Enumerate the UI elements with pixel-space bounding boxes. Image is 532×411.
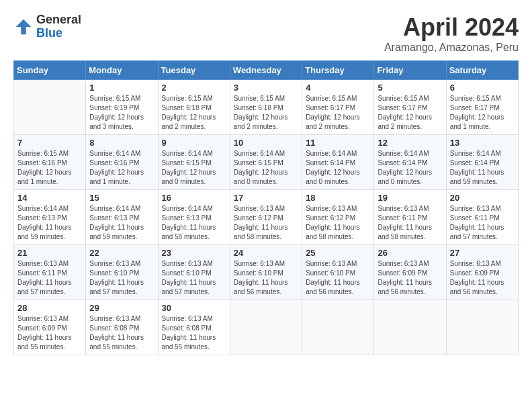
- calendar-cell: 13Sunrise: 6:14 AMSunset: 6:14 PMDayligh…: [446, 135, 518, 190]
- calendar-cell: 10Sunrise: 6:14 AMSunset: 6:15 PMDayligh…: [230, 135, 302, 190]
- header-monday: Monday: [86, 61, 158, 80]
- calendar-week-row: 7Sunrise: 6:15 AMSunset: 6:16 PMDaylight…: [14, 135, 519, 190]
- day-number: 1: [89, 83, 154, 93]
- calendar-cell: 6Sunrise: 6:15 AMSunset: 6:17 PMDaylight…: [446, 80, 518, 135]
- calendar-cell: [446, 300, 518, 355]
- calendar-cell: 30Sunrise: 6:13 AMSunset: 6:08 PMDayligh…: [158, 300, 230, 355]
- day-number: 14: [17, 193, 82, 203]
- day-info: Sunrise: 6:13 AMSunset: 6:08 PMDaylight:…: [162, 314, 226, 352]
- day-info: Sunrise: 6:14 AMSunset: 6:14 PMDaylight:…: [306, 149, 370, 187]
- day-info: Sunrise: 6:13 AMSunset: 6:10 PMDaylight:…: [89, 259, 154, 297]
- calendar-cell: 2Sunrise: 6:15 AMSunset: 6:18 PMDaylight…: [158, 80, 230, 135]
- header-tuesday: Tuesday: [158, 61, 230, 80]
- calendar-cell: 19Sunrise: 6:13 AMSunset: 6:11 PMDayligh…: [374, 190, 446, 245]
- title-area: April 2024 Aramango, Amazonas, Peru: [384, 13, 519, 54]
- day-info: Sunrise: 6:15 AMSunset: 6:19 PMDaylight:…: [89, 94, 154, 132]
- day-number: 10: [234, 138, 298, 148]
- logo-icon: [13, 17, 34, 37]
- day-info: Sunrise: 6:14 AMSunset: 6:14 PMDaylight:…: [378, 149, 442, 187]
- day-info: Sunrise: 6:15 AMSunset: 6:17 PMDaylight:…: [378, 94, 442, 132]
- calendar-cell: 20Sunrise: 6:13 AMSunset: 6:11 PMDayligh…: [446, 190, 518, 245]
- header-thursday: Thursday: [302, 61, 374, 80]
- calendar-cell: 23Sunrise: 6:13 AMSunset: 6:10 PMDayligh…: [158, 245, 230, 300]
- calendar-cell: 11Sunrise: 6:14 AMSunset: 6:14 PMDayligh…: [302, 135, 374, 190]
- logo-text: General Blue: [36, 13, 81, 40]
- calendar-cell: 1Sunrise: 6:15 AMSunset: 6:19 PMDaylight…: [86, 80, 158, 135]
- day-info: Sunrise: 6:15 AMSunset: 6:17 PMDaylight:…: [450, 94, 515, 132]
- day-number: 22: [89, 248, 154, 258]
- calendar-cell: [302, 300, 374, 355]
- calendar-header-row: SundayMondayTuesdayWednesdayThursdayFrid…: [14, 61, 519, 80]
- calendar-cell: [14, 80, 86, 135]
- day-number: 3: [234, 83, 298, 93]
- calendar-cell: 8Sunrise: 6:14 AMSunset: 6:16 PMDaylight…: [86, 135, 158, 190]
- page-header: General Blue April 2024 Aramango, Amazon…: [13, 13, 519, 54]
- day-info: Sunrise: 6:13 AMSunset: 6:11 PMDaylight:…: [17, 259, 82, 297]
- day-number: 6: [450, 83, 515, 93]
- day-number: 9: [162, 138, 226, 148]
- day-number: 17: [234, 193, 298, 203]
- day-number: 23: [162, 248, 226, 258]
- day-number: 29: [89, 303, 154, 313]
- calendar-cell: 3Sunrise: 6:15 AMSunset: 6:18 PMDaylight…: [230, 80, 302, 135]
- day-info: Sunrise: 6:14 AMSunset: 6:13 PMDaylight:…: [89, 204, 154, 242]
- day-number: 21: [17, 248, 82, 258]
- calendar-cell: 12Sunrise: 6:14 AMSunset: 6:14 PMDayligh…: [374, 135, 446, 190]
- calendar-cell: 28Sunrise: 6:13 AMSunset: 6:09 PMDayligh…: [14, 300, 86, 355]
- logo: General Blue: [13, 13, 81, 40]
- calendar-cell: 15Sunrise: 6:14 AMSunset: 6:13 PMDayligh…: [86, 190, 158, 245]
- day-info: Sunrise: 6:14 AMSunset: 6:13 PMDaylight:…: [162, 204, 226, 242]
- day-info: Sunrise: 6:14 AMSunset: 6:15 PMDaylight:…: [234, 149, 298, 187]
- day-info: Sunrise: 6:15 AMSunset: 6:18 PMDaylight:…: [234, 94, 298, 132]
- calendar-cell: 24Sunrise: 6:13 AMSunset: 6:10 PMDayligh…: [230, 245, 302, 300]
- day-info: Sunrise: 6:13 AMSunset: 6:11 PMDaylight:…: [450, 204, 515, 242]
- day-info: Sunrise: 6:14 AMSunset: 6:16 PMDaylight:…: [89, 149, 154, 187]
- calendar-cell: 4Sunrise: 6:15 AMSunset: 6:17 PMDaylight…: [302, 80, 374, 135]
- calendar-cell: 26Sunrise: 6:13 AMSunset: 6:09 PMDayligh…: [374, 245, 446, 300]
- day-info: Sunrise: 6:13 AMSunset: 6:11 PMDaylight:…: [378, 204, 442, 242]
- calendar-cell: 27Sunrise: 6:13 AMSunset: 6:09 PMDayligh…: [446, 245, 518, 300]
- day-info: Sunrise: 6:14 AMSunset: 6:13 PMDaylight:…: [17, 204, 82, 242]
- calendar-cell: 22Sunrise: 6:13 AMSunset: 6:10 PMDayligh…: [86, 245, 158, 300]
- day-info: Sunrise: 6:13 AMSunset: 6:10 PMDaylight:…: [234, 259, 298, 297]
- calendar-cell: 17Sunrise: 6:13 AMSunset: 6:12 PMDayligh…: [230, 190, 302, 245]
- calendar-cell: 9Sunrise: 6:14 AMSunset: 6:15 PMDaylight…: [158, 135, 230, 190]
- calendar-week-row: 21Sunrise: 6:13 AMSunset: 6:11 PMDayligh…: [14, 245, 519, 300]
- day-info: Sunrise: 6:14 AMSunset: 6:15 PMDaylight:…: [162, 149, 226, 187]
- location-title: Aramango, Amazonas, Peru: [384, 42, 519, 54]
- day-info: Sunrise: 6:15 AMSunset: 6:16 PMDaylight:…: [17, 149, 82, 187]
- calendar-week-row: 28Sunrise: 6:13 AMSunset: 6:09 PMDayligh…: [14, 300, 519, 355]
- month-title: April 2024: [384, 13, 519, 42]
- day-number: 12: [378, 138, 442, 148]
- day-info: Sunrise: 6:14 AMSunset: 6:14 PMDaylight:…: [450, 149, 515, 187]
- day-number: 28: [17, 303, 82, 313]
- day-info: Sunrise: 6:15 AMSunset: 6:18 PMDaylight:…: [162, 94, 226, 132]
- day-number: 7: [17, 138, 82, 148]
- day-number: 15: [89, 193, 154, 203]
- header-saturday: Saturday: [446, 61, 518, 80]
- calendar-cell: [230, 300, 302, 355]
- header-wednesday: Wednesday: [230, 61, 302, 80]
- day-info: Sunrise: 6:13 AMSunset: 6:12 PMDaylight:…: [306, 204, 370, 242]
- day-number: 16: [162, 193, 226, 203]
- day-number: 27: [450, 248, 515, 258]
- day-number: 8: [89, 138, 154, 148]
- calendar-cell: [374, 300, 446, 355]
- day-info: Sunrise: 6:13 AMSunset: 6:09 PMDaylight:…: [17, 314, 82, 352]
- day-number: 5: [378, 83, 442, 93]
- calendar-cell: 29Sunrise: 6:13 AMSunset: 6:08 PMDayligh…: [86, 300, 158, 355]
- day-info: Sunrise: 6:13 AMSunset: 6:10 PMDaylight:…: [306, 259, 370, 297]
- day-number: 2: [162, 83, 226, 93]
- day-number: 25: [306, 248, 370, 258]
- day-info: Sunrise: 6:13 AMSunset: 6:10 PMDaylight:…: [162, 259, 226, 297]
- calendar-cell: 5Sunrise: 6:15 AMSunset: 6:17 PMDaylight…: [374, 80, 446, 135]
- day-info: Sunrise: 6:15 AMSunset: 6:17 PMDaylight:…: [306, 94, 370, 132]
- day-info: Sunrise: 6:13 AMSunset: 6:09 PMDaylight:…: [378, 259, 442, 297]
- day-number: 30: [162, 303, 226, 313]
- calendar-cell: 7Sunrise: 6:15 AMSunset: 6:16 PMDaylight…: [14, 135, 86, 190]
- svg-marker-0: [16, 19, 32, 35]
- calendar-cell: 18Sunrise: 6:13 AMSunset: 6:12 PMDayligh…: [302, 190, 374, 245]
- header-sunday: Sunday: [14, 61, 86, 80]
- day-info: Sunrise: 6:13 AMSunset: 6:12 PMDaylight:…: [234, 204, 298, 242]
- day-number: 13: [450, 138, 515, 148]
